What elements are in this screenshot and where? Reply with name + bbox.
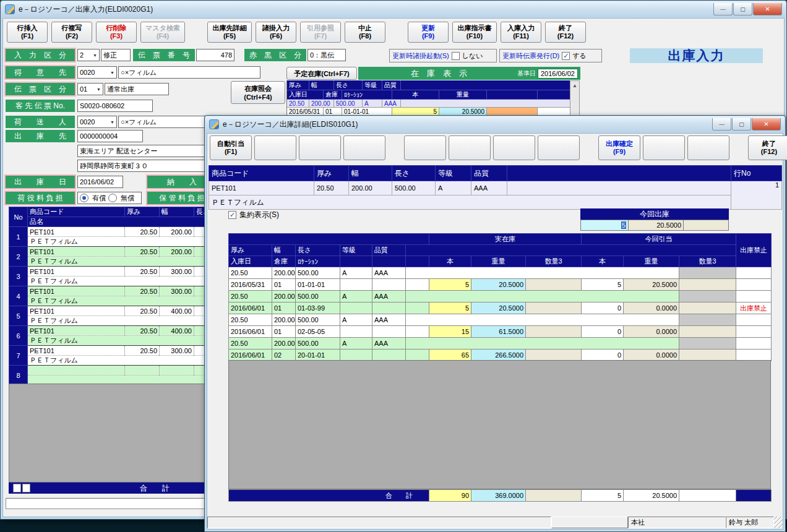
order-row-code[interactable]: PET101 <box>28 326 125 336</box>
order-row-name[interactable]: ＰＥＴフィルム <box>28 296 210 306</box>
dialog-f10-button-empty[interactable] <box>643 135 685 160</box>
order-row-code[interactable]: PET101 <box>28 247 125 257</box>
maximize-icon[interactable]: ▢ <box>732 118 751 131</box>
order-row-code[interactable] <box>28 366 125 375</box>
scroll-up-icon[interactable]: ▲ <box>572 83 577 115</box>
alloc-forbidden-flag: 出庫禁止 <box>736 302 772 314</box>
order-row-thickness[interactable]: 20.50 <box>125 227 160 237</box>
order-row-thickness[interactable]: 20.50 <box>125 286 160 296</box>
minimize-icon[interactable]: — <box>712 118 731 131</box>
dialog-f9-button[interactable]: 出庫確定(F9) <box>598 135 640 160</box>
alloc-forbidden-flag <box>736 350 772 361</box>
dialog-f6-button-empty[interactable] <box>449 135 491 160</box>
dialog-f11-button-empty[interactable] <box>687 135 729 160</box>
close-icon[interactable]: ✕ <box>752 118 781 131</box>
customer-name-field[interactable]: ○×フィルム <box>118 66 260 79</box>
shipper-code-select[interactable]: 0020▼ <box>77 116 117 128</box>
slip-kbn-select[interactable]: 01▼ <box>77 83 103 95</box>
main-f12-button[interactable]: 終了(F12) <box>545 22 586 43</box>
dialog-f3-button-empty[interactable] <box>299 135 341 160</box>
current-ship-qty[interactable]: 5 <box>580 220 629 231</box>
order-row-width[interactable]: 300.00 <box>160 346 194 356</box>
order-row-thickness[interactable]: 20.50 <box>125 346 160 356</box>
main-f9-button[interactable]: 更新(F9) <box>408 22 449 43</box>
dialog-f7-button-empty[interactable] <box>493 135 535 160</box>
dest-addr-field[interactable]: 静岡県静岡市東町３０ <box>77 160 220 172</box>
order-row-name[interactable]: ＰＥＴフィルム <box>28 277 210 286</box>
alloc-qty-input[interactable]: 0 <box>582 326 624 338</box>
screen-title: 出庫入力 <box>630 48 763 63</box>
order-row-name[interactable]: ＰＥＴフィルム <box>28 237 210 247</box>
aggregate-checkbox[interactable]: ✓ <box>228 211 236 219</box>
order-row-name[interactable]: ＰＥＴフィルム <box>28 257 210 267</box>
dialog-f2-button-empty[interactable] <box>254 135 296 160</box>
main-f10-button[interactable]: 出庫指示書(F10) <box>452 22 497 43</box>
maximize-icon[interactable]: ▢ <box>733 3 752 15</box>
alloc-qty-input[interactable]: 0 <box>582 302 624 314</box>
dialog-f5-button-empty[interactable] <box>404 135 446 160</box>
order-row-width[interactable]: 400.00 <box>160 326 194 336</box>
ship-date-field[interactable]: 2016/06/02 <box>77 176 123 188</box>
order-row-thickness[interactable]: 20.50 <box>125 267 160 277</box>
order-row-width[interactable]: 200.00 <box>160 227 194 237</box>
col-indate: 入庫日 <box>229 256 272 267</box>
radio-free[interactable] <box>108 194 117 202</box>
dialog-title: e－ロジソーコ／出庫詳細(ELDIS010G1) <box>223 119 358 130</box>
planned-stock-button[interactable]: 予定在庫(Ctrl+F7) <box>286 67 357 80</box>
slip-kbn-name-field: 通常出庫 <box>105 83 169 95</box>
resize-grip[interactable] <box>774 517 783 528</box>
dialog-titlebar[interactable]: e－ロジソーコ／出庫詳細(ELDIS010G1) — ▢ ✕ <box>205 116 785 132</box>
dialog-f8-button-empty[interactable] <box>538 135 580 160</box>
dialog-f4-button-empty[interactable] <box>343 135 385 160</box>
close-icon[interactable]: ✕ <box>753 3 782 15</box>
main-f8-button[interactable]: 中止(F8) <box>345 22 385 43</box>
order-row-code[interactable]: PET101 <box>28 286 125 296</box>
dest-code-field[interactable]: 0000000004 <box>77 130 143 142</box>
main-f2-button[interactable]: 行複写(F2) <box>51 22 92 43</box>
slip-no-field[interactable]: 478 <box>196 49 234 61</box>
order-row-thickness[interactable]: 20.50 <box>125 247 160 257</box>
main-f6-button[interactable]: 諸掛入力(F6) <box>256 22 296 43</box>
cust-slip-field[interactable]: S0020-080602 <box>77 100 153 112</box>
opt-charges-checkbox[interactable] <box>452 52 460 60</box>
dialog-f1-button[interactable]: 自動引当(F1) <box>210 135 252 160</box>
radio-paid[interactable] <box>80 194 88 202</box>
stock-inquiry-button[interactable]: 在庫照会(Ctrl+F4) <box>231 81 285 104</box>
order-row-thickness[interactable]: 20.50 <box>125 326 160 336</box>
main-f5-button[interactable]: 出庫先詳細(F5) <box>207 22 252 43</box>
order-row-width[interactable]: 300.00 <box>160 286 194 296</box>
order-row-code[interactable]: PET101 <box>28 306 125 316</box>
order-row-width[interactable] <box>160 366 194 375</box>
minimize-icon[interactable]: — <box>713 3 733 15</box>
main-f3-button[interactable]: 行削除(F3) <box>96 22 137 43</box>
opt-slip-checkbox[interactable]: ✓ <box>562 52 570 60</box>
dialog-f12-button[interactable]: 終了(F12) <box>748 135 787 160</box>
order-row-name[interactable]: ＰＥＴフィルム <box>28 356 210 366</box>
order-row-name[interactable]: ＰＥＴフィルム <box>28 316 210 326</box>
order-row-width[interactable]: 300.00 <box>160 267 194 277</box>
akakuro-field[interactable]: 0：黒伝 <box>307 49 346 61</box>
alloc-weight: 0.0000 <box>624 326 679 338</box>
alloc-qty-input[interactable]: 5 <box>582 279 624 291</box>
input-kbn-select[interactable]: 2▼ <box>77 49 100 61</box>
order-row-code[interactable]: PET101 <box>28 346 125 356</box>
order-row-name[interactable]: ＰＥＴフィルム <box>28 336 210 346</box>
stock-col-width: 幅 <box>309 80 334 90</box>
alloc-qty-input[interactable]: 0 <box>582 350 624 361</box>
order-row-thickness[interactable] <box>125 366 160 375</box>
order-row-width[interactable]: 400.00 <box>160 306 194 316</box>
main-f11-button[interactable]: 入庫入力(F11) <box>501 22 541 43</box>
alloc-real-qty: 5 <box>429 279 471 291</box>
product-col-length: 長さ <box>392 166 436 181</box>
order-row-code[interactable]: PET101 <box>28 267 125 277</box>
alloc-spec-filler <box>406 291 679 302</box>
base-date-field[interactable]: 2016/06/02 <box>538 69 578 79</box>
customer-code-select[interactable]: 0020▼ <box>77 66 117 79</box>
order-row-thickness[interactable]: 20.50 <box>125 306 160 316</box>
dest-name-field[interactable]: 東海エリア 配送センター <box>77 145 220 157</box>
order-row-code[interactable]: PET101 <box>28 227 125 237</box>
stock-scrollbar[interactable]: ▲ <box>570 80 580 116</box>
main-titlebar[interactable]: e－ロジソーコ／出庫入力(ELDI0020G1) — ▢ ✕ <box>1 1 786 17</box>
order-row-width[interactable]: 200.00 <box>160 247 194 257</box>
main-f1-button[interactable]: 行挿入(F1) <box>7 22 48 43</box>
